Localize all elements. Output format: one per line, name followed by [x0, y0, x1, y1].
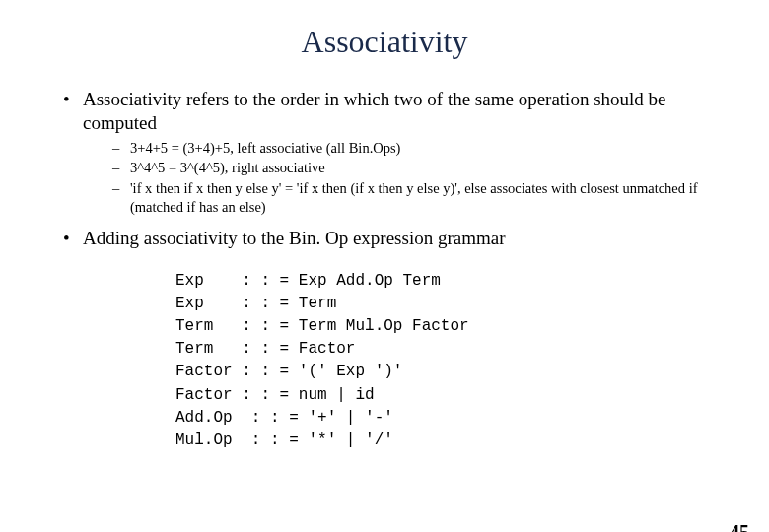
sub-bullet-item: 3^4^5 = 3^(4^5), right associative	[83, 159, 712, 177]
bullet-list: Associativity refers to the order in whi…	[57, 88, 712, 250]
slide: Associativity Associativity refers to th…	[0, 24, 769, 532]
bullet-text: Associativity refers to the order in whi…	[83, 89, 666, 133]
sub-bullet-item: 'if x then if x then y else y' = 'if x t…	[83, 179, 712, 217]
sub-bullet-text: 'if x then if x then y else y' = 'if x t…	[130, 180, 698, 215]
sub-bullet-item: 3+4+5 = (3+4)+5, left associative (all B…	[83, 139, 712, 158]
sub-bullet-text: 3^4^5 = 3^(4^5), right associative	[130, 160, 325, 175]
slide-content: Associativity refers to the order in whi…	[0, 88, 769, 452]
slide-title: Associativity	[0, 24, 769, 60]
sub-bullet-list: 3+4+5 = (3+4)+5, left associative (all B…	[83, 139, 712, 217]
sub-bullet-text: 3+4+5 = (3+4)+5, left associative (all B…	[130, 140, 400, 156]
page-number: 45	[730, 521, 749, 532]
bullet-text: Adding associativity to the Bin. Op expr…	[83, 228, 505, 248]
grammar-block: Exp : : = Exp Add.Op Term Exp : : = Term…	[175, 270, 712, 453]
bullet-item: Adding associativity to the Bin. Op expr…	[57, 227, 712, 250]
bullet-item: Associativity refers to the order in whi…	[57, 88, 712, 217]
